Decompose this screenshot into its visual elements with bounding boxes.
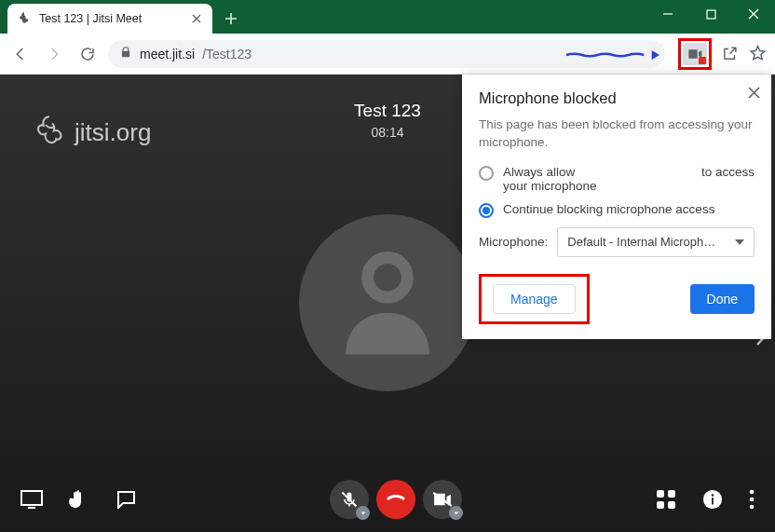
window-controls xyxy=(646,0,775,34)
browser-tab[interactable]: Test 123 | Jitsi Meet xyxy=(7,4,212,34)
hangup-button[interactable] xyxy=(376,480,415,519)
svg-point-13 xyxy=(750,490,755,495)
svg-point-1 xyxy=(368,258,408,298)
tile-view-button[interactable] xyxy=(656,489,676,510)
cam-caret-icon[interactable] xyxy=(449,506,463,520)
chat-button[interactable] xyxy=(116,490,136,509)
radio-block-label: Continue blocking microphone access xyxy=(503,202,755,216)
more-actions-button[interactable] xyxy=(749,489,755,510)
mic-caret-icon[interactable] xyxy=(356,506,370,520)
svg-rect-3 xyxy=(28,507,35,509)
microphone-mute-button[interactable] xyxy=(330,480,369,519)
camera-mute-button[interactable] xyxy=(423,480,462,519)
window-titlebar: Test 123 | Jitsi Meet xyxy=(0,0,775,34)
svg-rect-9 xyxy=(668,501,675,509)
participant-avatar xyxy=(299,214,476,391)
camera-blocked-indicator[interactable] xyxy=(683,43,707,65)
radio-icon xyxy=(479,166,494,181)
screen-share-button[interactable] xyxy=(20,490,43,509)
window-close-button[interactable] xyxy=(732,0,775,28)
back-button[interactable] xyxy=(7,41,34,67)
browser-toolbar: meet.jit.si/Test123 xyxy=(0,34,775,75)
window-minimize-button[interactable] xyxy=(646,0,689,28)
info-button[interactable] xyxy=(702,489,723,510)
microphone-label: Microphone: xyxy=(479,235,548,249)
tab-close-icon[interactable] xyxy=(190,12,203,25)
popup-close-icon[interactable] xyxy=(748,84,760,103)
new-tab-button[interactable] xyxy=(218,6,244,32)
meeting-toolbar xyxy=(0,467,775,532)
svg-rect-11 xyxy=(712,498,714,504)
microphone-dropdown[interactable]: Default - Internal Microph… xyxy=(557,227,755,257)
open-external-icon[interactable] xyxy=(719,44,740,64)
annotation-highlight-manage: Manage xyxy=(479,274,590,324)
svg-point-14 xyxy=(750,498,755,502)
address-bar[interactable]: meet.jit.si/Test123 xyxy=(108,40,665,68)
popup-description: This page has been blocked from accessin… xyxy=(479,116,755,152)
bookmark-star-icon[interactable] xyxy=(747,44,768,64)
url-path: /Test123 xyxy=(202,47,252,61)
svg-rect-8 xyxy=(657,501,664,509)
svg-rect-6 xyxy=(657,490,664,498)
tab-title: Test 123 | Jitsi Meet xyxy=(39,12,183,25)
reload-button[interactable] xyxy=(75,41,101,67)
lock-icon xyxy=(119,46,132,61)
svg-point-12 xyxy=(712,494,714,497)
svg-rect-2 xyxy=(21,491,42,505)
blocked-badge-icon xyxy=(699,57,706,64)
popup-title: Microphone blocked xyxy=(479,89,755,107)
tab-favicon xyxy=(17,11,32,26)
microphone-permission-popup: Microphone blocked This page has been bl… xyxy=(462,75,771,339)
radio-allow-line1: Always allow xyxy=(503,165,575,179)
radio-allow-line2: your microphone xyxy=(503,179,597,193)
annotation-highlight-camera xyxy=(678,38,712,70)
svg-rect-7 xyxy=(668,490,675,498)
svg-point-15 xyxy=(750,505,755,510)
manage-button[interactable]: Manage xyxy=(493,284,576,314)
radio-option-block[interactable]: Continue blocking microphone access xyxy=(479,202,755,218)
radio-option-allow[interactable]: Always allow your microphone to access xyxy=(479,165,755,193)
radio-icon-selected xyxy=(479,203,494,218)
dropdown-caret-icon xyxy=(735,239,744,245)
done-button[interactable]: Done xyxy=(690,284,755,314)
svg-rect-0 xyxy=(707,10,715,19)
forward-button[interactable] xyxy=(41,41,67,67)
radio-allow-suffix: to access xyxy=(701,165,755,179)
url-host: meet.jit.si xyxy=(140,47,195,61)
microphone-selected-value: Default - Internal Microph… xyxy=(567,235,715,249)
raise-hand-button[interactable] xyxy=(69,488,89,511)
window-maximize-button[interactable] xyxy=(689,0,732,28)
